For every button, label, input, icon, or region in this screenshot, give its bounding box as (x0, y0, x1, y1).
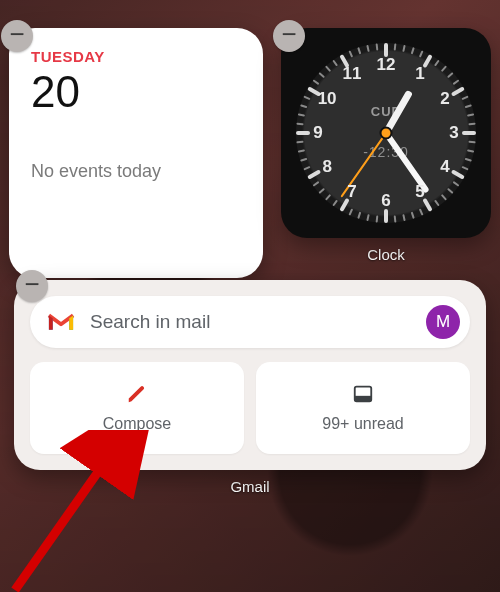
gmail-widget-wrapper: − Search in mail M (14, 280, 486, 495)
clock-tick (394, 215, 397, 222)
clock-tick (467, 113, 474, 116)
clock-number: 10 (318, 89, 337, 109)
clock-tick (411, 47, 415, 54)
clock-tick (357, 212, 361, 219)
clock-tick (419, 208, 424, 215)
clock-widget[interactable]: − CUP -12:30 121234567891011 (281, 28, 491, 238)
clock-tick (402, 214, 405, 221)
clock-tick (296, 131, 310, 135)
clock-tick (441, 65, 447, 72)
home-screen: { "calendar": { "day_name": "TUESDAY", "… (0, 0, 500, 592)
clock-number: 12 (377, 55, 396, 75)
clock-tick (402, 45, 405, 52)
clock-number: 1 (415, 64, 424, 84)
clock-tick (300, 104, 307, 108)
compose-tile[interactable]: Compose (30, 362, 244, 454)
clock-tick (313, 79, 320, 85)
clock-tick (366, 214, 369, 221)
clock-tick (394, 43, 397, 50)
clock-tick (332, 60, 338, 67)
clock-tick (461, 95, 468, 100)
clock-tick (462, 131, 476, 135)
clock-tick (384, 209, 388, 223)
clock-tick (434, 200, 440, 207)
clock-number: 7 (347, 182, 356, 202)
clock-tick (451, 169, 465, 179)
clock-tick (325, 194, 331, 201)
clock-tick (303, 166, 310, 171)
clock-center-pin (380, 127, 393, 140)
calendar-widget-wrapper: − TUESDAY 20 No events today Calendar (9, 28, 263, 303)
clock-tick (419, 50, 424, 57)
account-avatar[interactable]: M (426, 305, 460, 339)
clock-tick (318, 188, 325, 194)
clock-tick (296, 141, 303, 144)
clock-tick (453, 79, 460, 85)
clock-tick (313, 181, 320, 187)
clock-tick (348, 50, 353, 57)
clock-tick (296, 123, 303, 126)
clock-tick (465, 104, 472, 108)
clock-tick (434, 60, 440, 67)
clock-face: CUP -12:30 121234567891011 (296, 43, 476, 223)
clock-tick (441, 194, 447, 201)
clock-tick (300, 158, 307, 162)
clock-number: 4 (440, 157, 449, 177)
clock-number: 9 (313, 123, 322, 143)
compose-label: Compose (103, 415, 171, 433)
calendar-widget[interactable]: − TUESDAY 20 No events today (9, 28, 263, 278)
calendar-events-text: No events today (31, 161, 241, 182)
clock-tick (447, 72, 454, 78)
clock-tick (376, 43, 379, 50)
clock-tick (453, 181, 460, 187)
clock-tick (447, 188, 454, 194)
clock-number: 5 (415, 182, 424, 202)
clock-tick (451, 86, 465, 96)
clock-tick (325, 65, 331, 72)
inbox-icon (352, 383, 374, 405)
calendar-day-name: TUESDAY (31, 48, 241, 65)
gmail-search-placeholder: Search in mail (90, 311, 426, 333)
pencil-icon (126, 383, 148, 405)
remove-clock-button[interactable]: − (273, 20, 305, 52)
clock-tick (357, 47, 361, 54)
clock-tick (303, 95, 310, 100)
clock-tick (376, 215, 379, 222)
gmail-search-bar[interactable]: Search in mail M (30, 296, 470, 348)
clock-tick (307, 169, 321, 179)
clock-tick (366, 45, 369, 52)
clock-number: 3 (449, 123, 458, 143)
clock-number: 8 (322, 157, 331, 177)
remove-calendar-button[interactable]: − (1, 20, 33, 52)
unread-tile[interactable]: 99+ unread (256, 362, 470, 454)
clock-tick (348, 208, 353, 215)
clock-tick (461, 166, 468, 171)
calendar-day-number: 20 (31, 67, 241, 117)
remove-gmail-button[interactable]: − (16, 270, 48, 302)
gmail-actions-row: Compose 99+ unread (30, 362, 470, 454)
clock-number: 11 (343, 64, 362, 84)
avatar-letter: M (436, 312, 450, 332)
clock-label: Clock (281, 246, 491, 263)
clock-tick (467, 149, 474, 152)
clock-widget-wrapper: − CUP -12:30 121234567891011 Clock (281, 28, 491, 303)
clock-tick (318, 72, 325, 78)
clock-number: 2 (440, 89, 449, 109)
clock-number: 6 (381, 191, 390, 211)
clock-tick (298, 113, 305, 116)
unread-label: 99+ unread (322, 415, 403, 433)
gmail-icon (46, 311, 76, 333)
clock-tick (411, 212, 415, 219)
gmail-widget[interactable]: − Search in mail M (14, 280, 486, 470)
clock-tick (298, 149, 305, 152)
gmail-label: Gmail (14, 478, 486, 495)
clock-tick (332, 200, 338, 207)
clock-tick (468, 123, 475, 126)
svg-rect-1 (355, 396, 372, 402)
clock-tick (465, 158, 472, 162)
clock-tick (468, 141, 475, 144)
